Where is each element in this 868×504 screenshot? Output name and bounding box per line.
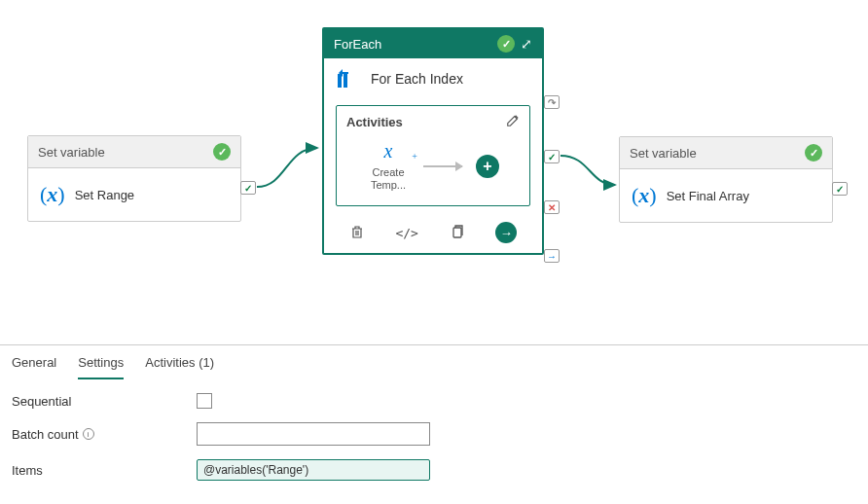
node-header: Set variable ✓ — [620, 137, 832, 169]
sequential-checkbox[interactable] — [197, 393, 212, 409]
connector-foreach-to-setfinal — [561, 148, 623, 197]
foreach-header-label: ForEach — [334, 37, 381, 52]
node-header: Set variable ✓ — [28, 136, 240, 168]
status-success-icon: ✓ — [497, 35, 515, 53]
go-button[interactable]: → — [495, 222, 517, 243]
node-set-range[interactable]: Set variable ✓ (x) Set Range ✓ — [27, 135, 241, 222]
output-port-success[interactable]: ✓ — [240, 181, 256, 195]
connector-setrange-to-foreach — [257, 136, 325, 195]
output-port-completion[interactable]: → — [544, 249, 560, 263]
status-success-icon: ✓ — [213, 143, 231, 161]
foreach-toolbar: </> → — [324, 216, 542, 253]
edit-icon[interactable] — [506, 114, 520, 130]
copy-icon[interactable] — [450, 224, 465, 242]
pipeline-canvas[interactable]: Set variable ✓ (x) Set Range ✓ ForEach ✓… — [0, 0, 868, 331]
arrow-icon — [423, 165, 462, 167]
variable-icon: (x) — [40, 182, 65, 207]
delete-icon[interactable] — [349, 224, 365, 242]
node-set-final-array[interactable]: Set variable ✓ (x) Set Final Array ✓ — [619, 136, 833, 223]
node-title: Set Range — [75, 188, 134, 202]
variable-icon: (x) — [632, 183, 657, 208]
foreach-header: ForEach ✓ ⤢ — [324, 29, 542, 58]
sequential-label: Sequential — [12, 394, 197, 409]
node-body: (x) Set Final Array — [620, 169, 832, 222]
node-foreach[interactable]: ForEach ✓ ⤢ For Each Index Activities — [322, 27, 544, 255]
node-type-label: Set variable — [630, 146, 697, 161]
node-type-label: Set variable — [38, 145, 105, 160]
tab-general[interactable]: General — [12, 355, 56, 379]
status-success-icon: ✓ — [805, 144, 822, 162]
collapse-icon[interactable]: ⤢ — [521, 36, 532, 52]
batch-count-input[interactable] — [197, 422, 430, 446]
inner-activity-label: Create Temp... — [367, 166, 410, 192]
node-title: Set Final Array — [667, 189, 749, 203]
items-label: Items — [12, 463, 197, 478]
output-port-success[interactable]: ✓ — [832, 182, 848, 196]
output-port-success[interactable]: ✓ — [544, 150, 560, 163]
foreach-title: For Each Index — [371, 71, 463, 87]
variable-add-icon: x+ — [367, 140, 410, 162]
settings-form: Sequential Batch count i Items @variable… — [0, 379, 868, 504]
add-activity-button[interactable]: + — [476, 155, 499, 178]
batch-count-label: Batch count — [12, 427, 79, 442]
output-port-failure[interactable]: ✕ — [544, 200, 560, 214]
tabs-bar: General Settings Activities (1) — [0, 345, 868, 379]
info-icon[interactable]: i — [83, 428, 94, 440]
activities-container: Activities x+ Create Temp... + — [336, 105, 530, 206]
svg-rect-2 — [453, 228, 461, 237]
tab-activities[interactable]: Activities (1) — [145, 355, 214, 379]
activities-label: Activities — [346, 115, 403, 129]
svg-rect-0 — [338, 74, 342, 88]
inner-activity-create-temp[interactable]: x+ Create Temp... — [367, 140, 410, 192]
code-icon[interactable]: </> — [395, 226, 417, 240]
port-skip[interactable]: ↷ — [544, 95, 560, 109]
svg-rect-1 — [344, 74, 347, 88]
foreach-title-row: For Each Index — [324, 58, 542, 99]
items-input[interactable]: @variables('Range') — [197, 459, 430, 481]
node-body: (x) Set Range — [28, 168, 240, 221]
tab-settings[interactable]: Settings — [78, 355, 124, 379]
loop-icon — [336, 68, 359, 90]
